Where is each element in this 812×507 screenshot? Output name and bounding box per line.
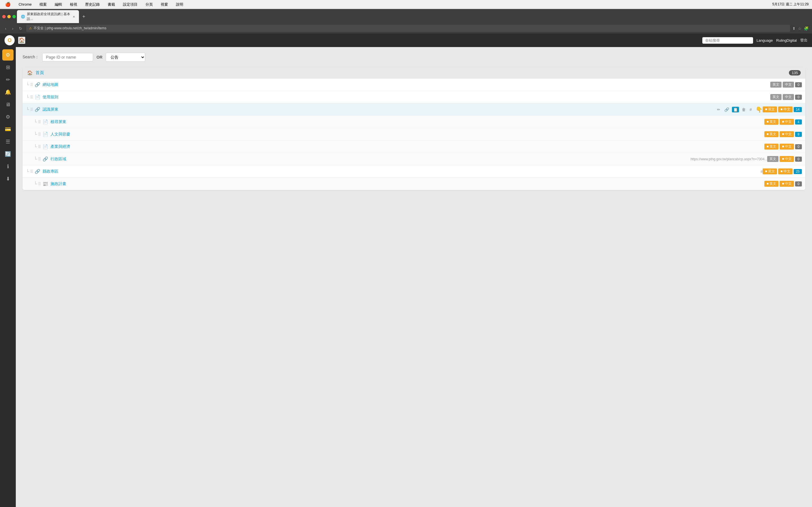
menu-tab[interactable]: 分頁 (144, 1, 154, 8)
lang-badge-en[interactable]: 英文 (770, 82, 781, 88)
search-label: Search： (22, 55, 39, 60)
lang-badge-en[interactable]: ■ 英文 (764, 144, 779, 150)
page-name-culture[interactable]: 人文與節慶 (50, 132, 764, 137)
lang-badge-zh[interactable]: ■ 中文 (779, 156, 794, 162)
app-logo: O (4, 35, 15, 45)
forward-button[interactable]: › (10, 25, 15, 31)
sidebar-item-config[interactable]: ⚙ (2, 111, 13, 122)
menu-edit[interactable]: 編輯 (53, 1, 64, 8)
maximize-button[interactable] (12, 15, 16, 18)
lang-badge-zh[interactable]: ■ 中文 (779, 131, 794, 137)
lang-badge-zh[interactable]: 中文 (783, 94, 794, 100)
address-input-bar[interactable]: ⚠ 不安全 | pthg-www.orbula.net/zh_tw/admin/… (26, 25, 790, 32)
menu-view[interactable]: 檢視 (68, 1, 79, 8)
lang-badge-en[interactable]: 英文 (770, 94, 781, 100)
menu-help[interactable]: 說明 (174, 1, 185, 8)
delete-action-button[interactable]: 🗑 (741, 107, 747, 112)
lang-badge-en[interactable]: ■ 英文 (764, 131, 779, 137)
drag-handle[interactable]: ⠿ (30, 82, 33, 87)
bookmark-button[interactable]: ☆ (798, 26, 802, 31)
page-id-search-input[interactable] (42, 53, 93, 61)
main-content: Search： OR 公告 🏠 首頁 135 └ ⠿ 🔗 網站地圖 英 (16, 47, 812, 507)
lang-badge-zh[interactable]: ■ 中文 (779, 144, 794, 150)
lang-badge-en[interactable]: ■ 英文 (763, 168, 777, 174)
apple-menu[interactable]: 🍎 (3, 1, 12, 8)
reload-button[interactable]: ↻ (17, 25, 24, 31)
global-search-input[interactable] (702, 37, 753, 44)
minimize-button[interactable] (7, 15, 11, 18)
sidebar-item-edit[interactable]: ✏ (2, 74, 13, 86)
drag-handle[interactable]: ⠿ (30, 95, 33, 100)
menu-window[interactable]: 視窗 (159, 1, 170, 8)
lang-badge-zh[interactable]: ■ 中文 (779, 181, 794, 187)
drag-handle[interactable]: ⠿ (38, 132, 41, 136)
menu-bookmarks[interactable]: 書籤 (106, 1, 117, 8)
lang-badge-zh[interactable]: 中文 (783, 82, 794, 88)
sidebar-item-dashboard[interactable]: ⊞ (2, 62, 13, 73)
security-icon: ⚠ (29, 26, 32, 30)
indent-icon: └ (34, 181, 37, 186)
new-tab-button[interactable]: + (80, 13, 88, 21)
back-button[interactable]: ‹ (3, 25, 8, 31)
username-display: RulingDigital (776, 38, 797, 43)
address-bar: ‹ › ↻ ⚠ 不安全 | pthg-www.orbula.net/zh_tw/… (0, 23, 812, 34)
tree-root-header: 🏠 首頁 135 (22, 67, 805, 78)
home-nav-button[interactable]: 🏠 (18, 37, 26, 44)
sidebar-item-download[interactable]: ⬇ (2, 173, 13, 184)
sidebar-item-list[interactable]: ☰ (2, 136, 13, 147)
cursor-pointer-icon: 👇 (756, 106, 763, 113)
indent-icon: └ (26, 169, 29, 174)
copy-action-button[interactable]: 📋 (732, 107, 739, 112)
drag-handle[interactable]: ⠿ (38, 120, 41, 124)
child-count: 14 (794, 107, 802, 112)
lang-badge-en[interactable]: ■ 英文 (763, 107, 777, 112)
tab-close-button[interactable]: ✕ (73, 15, 75, 18)
page-name-industry[interactable]: 產業與經濟 (50, 144, 764, 149)
hash-action-button[interactable]: # (749, 107, 753, 112)
page-name-sitemap[interactable]: 網站地圖 (43, 82, 770, 87)
link-icon: 🔗 (35, 82, 40, 87)
page-name-pingtung[interactable]: 認識屏東 (43, 107, 716, 112)
page-name-terms[interactable]: 使用規則 (43, 95, 770, 100)
drag-handle[interactable]: ⠿ (38, 145, 41, 149)
lang-badge-en[interactable]: ■ 英文 (764, 181, 779, 187)
drag-handle[interactable]: ⠿ (38, 182, 41, 186)
edit-action-button[interactable]: ✏ (716, 107, 721, 112)
menu-file[interactable]: 檔案 (38, 1, 49, 8)
menu-chrome[interactable]: Chrome (17, 2, 33, 7)
sidebar-item-refresh[interactable]: 🔄 (2, 149, 13, 160)
lang-badge-en[interactable]: ■ 英文 (764, 119, 779, 125)
page-name-districts[interactable]: 行政區域 (50, 157, 688, 162)
child-count: 8 (795, 132, 802, 137)
page-name-policy[interactable]: 施政計畫 (50, 181, 764, 186)
drag-handle[interactable]: ⠿ (30, 107, 33, 112)
page-name-roots[interactable]: 根尋屏東 (50, 119, 764, 124)
logout-button[interactable]: 登出 (800, 38, 808, 43)
menu-settings[interactable]: 設定項目 (121, 1, 139, 8)
tab-bar: 🌐 屏東縣政府全球資訊網 | 基本設... ✕ + (0, 9, 812, 23)
lang-badge-zh[interactable]: ■ 中文 (779, 119, 794, 125)
tree-root-title[interactable]: 首頁 (36, 70, 44, 75)
link-action-button[interactable]: 🔗 (723, 107, 730, 112)
page-name-county[interactable]: 縣政專區 (43, 169, 759, 174)
language-switcher[interactable]: Language (756, 38, 773, 43)
close-button[interactable] (2, 15, 6, 18)
sidebar-item-card[interactable]: 💳 (2, 124, 13, 135)
lang-badge-zh[interactable]: ■ 中文 (778, 107, 793, 112)
tree-root-count: 135 (789, 70, 801, 75)
category-select[interactable]: 公告 (106, 53, 145, 62)
sidebar-item-settings[interactable]: ⚙ (2, 49, 13, 61)
lang-badge-en[interactable]: 英文 (767, 156, 778, 162)
menu-history[interactable]: 歷史記錄 (84, 1, 101, 8)
sidebar-item-display[interactable]: 🖥 (2, 99, 13, 110)
drag-handle[interactable]: ⠿ (38, 157, 41, 161)
sidebar-item-notifications[interactable]: 🔔 (2, 87, 13, 98)
lang-badges-roots: ■ 英文 ■ 中文 4 (764, 119, 802, 125)
active-tab[interactable]: 🌐 屏東縣政府全球資訊網 | 基本設... ✕ (17, 10, 79, 23)
child-count: 0 (795, 82, 802, 87)
share-button[interactable]: ⬆ (792, 26, 796, 31)
extensions-button[interactable]: 🧩 (804, 26, 809, 31)
lang-badge-zh[interactable]: ■ 中文 (778, 168, 793, 174)
sidebar-item-info[interactable]: ℹ (2, 161, 13, 172)
drag-handle[interactable]: ⠿ (30, 169, 33, 174)
